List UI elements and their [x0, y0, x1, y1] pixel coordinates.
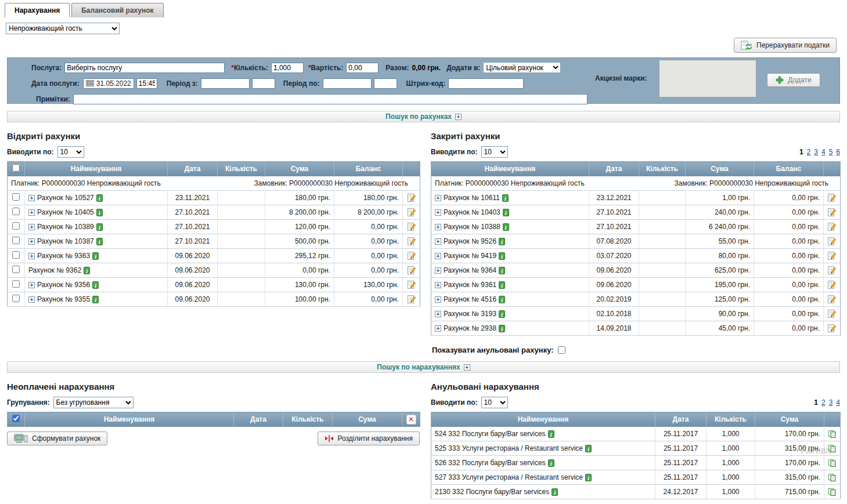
row-checkbox[interactable]	[12, 251, 20, 259]
table-row[interactable]: + Рахунок № 4516 i 20.02.2019 125,00 грн…	[431, 292, 841, 307]
guest-select[interactable]: Непроживающий гость	[6, 23, 120, 34]
info-icon[interactable]: i	[548, 430, 554, 438]
expand-icon[interactable]: +	[435, 267, 441, 274]
account-name[interactable]: Рахунок № 9355	[37, 295, 90, 303]
tab-balance-account[interactable]: Балансовий рахунок	[71, 3, 163, 17]
expand-icon[interactable]: +	[28, 253, 35, 259]
table-row[interactable]: + Рахунок № 9356 i 09.06.2020 130,00 грн…	[8, 278, 420, 292]
expand-icon[interactable]: +	[28, 209, 35, 216]
expand-icon[interactable]: +	[435, 325, 441, 332]
table-row[interactable]: + Рахунок № 10388 i 27.10.2021 6 240,00 …	[431, 220, 841, 234]
edit-icon[interactable]	[827, 237, 837, 246]
row-checkbox[interactable]	[12, 193, 20, 201]
info-icon[interactable]: i	[96, 209, 103, 216]
table-row[interactable]: 525 333 Услуги ресторана / Restaurant se…	[431, 441, 841, 456]
expand-icon[interactable]: +	[435, 311, 441, 317]
account-name[interactable]: Рахунок № 9363	[37, 252, 90, 260]
info-icon[interactable]: i	[585, 445, 592, 452]
page-link[interactable]: 1	[814, 398, 818, 407]
service-input[interactable]	[64, 63, 225, 73]
account-name[interactable]: Рахунок № 9419	[444, 252, 496, 260]
expand-plus-icon[interactable]: +	[455, 114, 462, 120]
info-icon[interactable]: i	[499, 252, 505, 260]
info-icon[interactable]: i	[96, 223, 103, 231]
edit-icon[interactable]	[827, 295, 837, 304]
page-link[interactable]: 4	[836, 398, 840, 407]
open-accounts-per-page-select[interactable]: 10	[57, 146, 84, 158]
expand-icon[interactable]: +	[28, 282, 35, 288]
row-checkbox[interactable]	[12, 266, 20, 273]
expand-icon[interactable]: +	[435, 224, 441, 230]
expand-icon[interactable]: +	[28, 238, 35, 245]
info-icon[interactable]: i	[548, 459, 554, 467]
edit-icon[interactable]	[407, 251, 416, 260]
page-link[interactable]: 3	[814, 148, 818, 156]
table-row[interactable]: + Рахунок № 10403 i 27.10.2021 240,00 гр…	[431, 205, 841, 220]
table-row[interactable]: 526 332 Послуги бару/Bar services i 25.1…	[431, 456, 841, 470]
expand-icon[interactable]: +	[28, 224, 35, 230]
expand-icon[interactable]: +	[435, 282, 441, 288]
account-name[interactable]: Рахунок № 10388	[444, 223, 500, 231]
account-name[interactable]: Рахунок № 9362	[28, 266, 81, 274]
table-row[interactable]: + Рахунок № 9355 i 09.06.2020 100,00 грн…	[8, 292, 420, 307]
account-name[interactable]: Рахунок № 10389	[37, 223, 94, 231]
notes-input[interactable]	[73, 94, 588, 104]
info-icon[interactable]: i	[96, 238, 103, 245]
edit-icon[interactable]	[827, 222, 837, 231]
table-row[interactable]: + Рахунок № 10611 i 23.12.2021 1,00 грн.…	[431, 191, 841, 205]
cancelled-accruals-per-page-select[interactable]: 10	[481, 397, 508, 408]
edit-icon[interactable]	[827, 266, 837, 275]
period-from-time-input[interactable]	[252, 78, 275, 89]
table-row[interactable]: + Рахунок № 10389 i 27.10.2021 120,00 гр…	[8, 220, 420, 234]
add-service-button[interactable]: Додати	[767, 73, 820, 87]
expand-icon[interactable]: +	[28, 195, 35, 201]
page-link[interactable]: 2	[807, 148, 811, 156]
account-name[interactable]: Рахунок № 9361	[444, 281, 496, 289]
edit-icon[interactable]	[407, 266, 416, 275]
edit-icon[interactable]	[407, 208, 416, 217]
account-name[interactable]: Рахунок № 10611	[444, 194, 500, 202]
account-name[interactable]: Рахунок № 2938	[444, 324, 496, 332]
account-name[interactable]: Рахунок № 3193	[444, 310, 496, 318]
grouping-select[interactable]: Без угруповання	[53, 397, 134, 408]
expand-icon[interactable]: +	[435, 253, 441, 259]
copy-icon[interactable]	[828, 488, 837, 496]
edit-icon[interactable]	[407, 295, 416, 304]
info-icon[interactable]: i	[502, 194, 509, 202]
table-row[interactable]: 524 332 Послуги бару/Bar services i 25.1…	[431, 427, 841, 441]
info-icon[interactable]: i	[499, 310, 505, 318]
table-row[interactable]: + Рахунок № 2938 i 14.09.2018 45,00 грн.…	[431, 321, 841, 336]
account-name[interactable]: Рахунок № 9364	[444, 266, 496, 274]
info-icon[interactable]: i	[92, 296, 99, 303]
table-row[interactable]: Рахунок № 9362 i 09.06.2020 0,00 грн. 0,…	[8, 263, 420, 278]
page-link[interactable]: 3	[829, 398, 833, 407]
edit-icon[interactable]	[827, 324, 837, 333]
add-to-select[interactable]: Цільовий рахунок	[483, 62, 561, 73]
table-row[interactable]: + Рахунок № 10405 i 27.10.2021 8 200,00 …	[8, 205, 420, 220]
table-row[interactable]: 527 333 Услуги ресторана / Restaurant se…	[431, 470, 841, 485]
expand-plus-icon[interactable]: +	[464, 364, 470, 371]
account-name[interactable]: Рахунок № 4516	[444, 295, 496, 303]
quantity-input[interactable]	[271, 63, 304, 73]
expand-icon[interactable]: +	[435, 238, 441, 245]
info-icon[interactable]: i	[499, 281, 505, 289]
tab-accruals[interactable]: Нарахування	[5, 3, 70, 17]
page-link[interactable]: 5	[829, 148, 833, 156]
row-checkbox[interactable]	[12, 237, 20, 244]
row-checkbox[interactable]	[12, 280, 20, 288]
info-icon[interactable]: i	[499, 296, 505, 303]
table-row[interactable]: 2130 332 Послуги бару/Bar services i 24.…	[431, 485, 841, 499]
account-name[interactable]: Рахунок № 10387	[37, 237, 94, 245]
split-accrual-button[interactable]: Розділити нарахування	[318, 432, 420, 445]
table-row[interactable]: + Рахунок № 9526 i 07.08.2020 55,00 грн.…	[431, 234, 841, 249]
service-date-picker[interactable]: 31.05.2022	[83, 78, 134, 89]
info-icon[interactable]: i	[499, 267, 505, 274]
barcode-input[interactable]	[448, 78, 524, 89]
edit-icon[interactable]	[407, 280, 416, 289]
select-all-checkbox[interactable]	[12, 415, 20, 422]
copy-icon[interactable]	[828, 430, 837, 438]
excise-stamps-textarea[interactable]	[659, 60, 756, 97]
edit-icon[interactable]	[407, 193, 416, 202]
info-icon[interactable]: i	[92, 281, 99, 289]
cost-input[interactable]	[346, 63, 379, 73]
